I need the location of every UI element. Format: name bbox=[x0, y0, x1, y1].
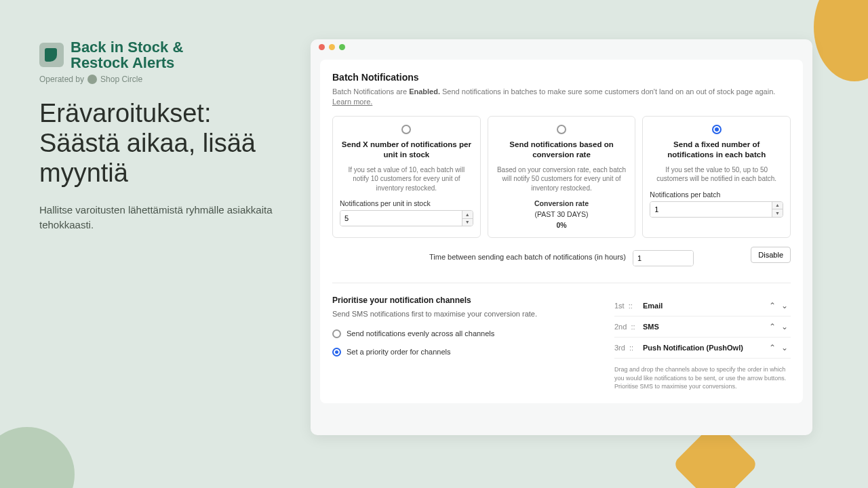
minimize-icon[interactable] bbox=[329, 44, 335, 50]
brand-name: Back in Stock & Restock Alerts bbox=[71, 39, 183, 70]
operated-by-label: Operated by bbox=[39, 75, 84, 84]
chevron-up-icon[interactable]: ⌃ bbox=[766, 301, 778, 310]
option-fixed[interactable]: Send a fixed number of notifications in … bbox=[642, 116, 791, 238]
stepper-up-icon[interactable]: ▲ bbox=[462, 211, 473, 219]
option-conversion[interactable]: Send notifications based on conversion r… bbox=[488, 116, 636, 238]
time-between-input[interactable]: ▲ ▼ bbox=[633, 250, 694, 266]
stepper-down-icon[interactable]: ▼ bbox=[462, 219, 473, 226]
divider bbox=[332, 283, 791, 283]
chevron-up-icon[interactable]: ⌃ bbox=[766, 322, 778, 331]
batch-description: Batch Notifications are Enabled. Send no… bbox=[332, 87, 791, 108]
shop-circle-label: Shop Circle bbox=[100, 75, 142, 84]
priority-desc: Send SMS notifications first to maximise… bbox=[332, 309, 594, 319]
channel-hint: Drag and drop the channels above to spec… bbox=[614, 365, 791, 391]
stepper-down-icon[interactable]: ▼ bbox=[772, 209, 783, 217]
channel-list: 1st :: Email ⌃ ⌄ 2nd :: SMS ⌃ ⌄ 3rd :: P… bbox=[614, 296, 791, 391]
radio-priority-order[interactable] bbox=[332, 348, 341, 357]
decor-shape-top-right bbox=[814, 0, 868, 81]
disable-button[interactable]: Disable bbox=[751, 247, 791, 263]
radio-conversion[interactable] bbox=[557, 125, 566, 134]
option-priority-order[interactable]: Set a priority order for channels bbox=[332, 348, 594, 357]
window-titlebar bbox=[311, 39, 812, 54]
option-per-unit[interactable]: Send X number of notifications per unit … bbox=[332, 116, 481, 238]
app-logo-icon bbox=[39, 43, 64, 67]
headline: Erävaroitukset: Säästä aikaa, lisää myyn… bbox=[39, 99, 297, 188]
radio-fixed[interactable] bbox=[712, 125, 722, 134]
radio-evenly[interactable] bbox=[332, 329, 341, 338]
marketing-panel: Back in Stock & Restock Alerts Operated … bbox=[39, 39, 297, 232]
batch-title: Batch Notifications bbox=[332, 72, 791, 83]
time-between-label: Time between sending each batch of notif… bbox=[429, 253, 626, 261]
chevron-up-icon[interactable]: ⌃ bbox=[766, 343, 778, 352]
chevron-down-icon[interactable]: ⌄ bbox=[778, 301, 791, 310]
shop-circle-icon bbox=[87, 75, 97, 84]
channel-row-email[interactable]: 1st :: Email ⌃ ⌄ bbox=[614, 296, 791, 317]
priority-title: Prioritise your notification channels bbox=[332, 296, 594, 305]
channel-row-push[interactable]: 3rd :: Push Notification (PushOwl) ⌃ ⌄ bbox=[614, 338, 791, 359]
maximize-icon[interactable] bbox=[339, 44, 345, 50]
channel-row-sms[interactable]: 2nd :: SMS ⌃ ⌄ bbox=[614, 317, 791, 338]
chevron-down-icon[interactable]: ⌄ bbox=[778, 322, 791, 331]
notifications-per-unit-input[interactable]: ▲ ▼ bbox=[340, 210, 473, 226]
notifications-per-batch-input[interactable]: ▲ ▼ bbox=[650, 201, 783, 218]
per-batch-value[interactable] bbox=[650, 202, 772, 217]
close-icon[interactable] bbox=[319, 44, 325, 50]
radio-per-unit[interactable] bbox=[401, 125, 411, 134]
stepper-up-icon[interactable]: ▲ bbox=[772, 202, 783, 210]
app-window: Batch Notifications Batch Notifications … bbox=[311, 39, 812, 435]
batch-card: Batch Notifications Batch Notifications … bbox=[320, 60, 803, 403]
option-evenly[interactable]: Send notifications evenly across all cha… bbox=[332, 329, 594, 338]
decor-shape-bottom-left bbox=[0, 427, 75, 488]
learn-more-link[interactable]: Learn more. bbox=[332, 98, 372, 106]
chevron-down-icon[interactable]: ⌄ bbox=[778, 343, 791, 352]
subheadline: Hallitse varoitusten lähettämistä ryhmäl… bbox=[39, 203, 297, 232]
per-unit-value[interactable] bbox=[340, 211, 462, 226]
conversion-rate-value: 0% bbox=[495, 221, 629, 229]
time-between-value[interactable] bbox=[633, 251, 694, 266]
